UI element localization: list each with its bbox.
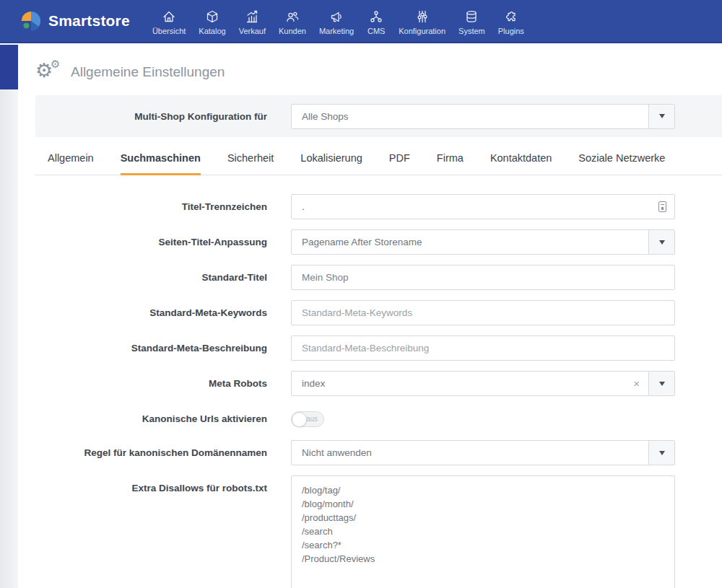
form-row-standard-meta-beschreibung: Standard-Meta-Beschreibung [35,335,722,361]
multishop-select[interactable]: Alle Shops [291,104,675,129]
page-title: Allgemeine Einstellungen [71,64,225,80]
chevron-down-icon[interactable] [648,441,674,465]
nav-label: Marketing [319,27,354,35]
gears-icon: ⚙ ⚙ [35,60,61,84]
field-label: Standard-Meta-Beschreibung [35,335,267,361]
nav-item-system[interactable]: System [452,3,492,40]
database-icon [464,9,479,25]
nav-label: Plugins [498,27,524,35]
sitemap-icon [369,9,383,25]
field-label: Standard-Titel [35,265,267,290]
nav-label: Verkauf [239,27,266,35]
search-engine-settings-form: Titel-Trennzeichen Seiten-Titel-Anpassun… [35,194,722,588]
nav-item-konfiguration[interactable]: Konfiguration [392,3,452,40]
users-icon [285,9,300,25]
field-label: Meta Robots [35,371,267,396]
field-label: Titel-Trennzeichen [35,194,267,219]
nav-label: Kunden [279,27,306,35]
tab-allgemein[interactable]: Allgemein [48,152,94,175]
multishop-label: Multi-Shop Konfiguration für [35,111,267,122]
nav-label: System [458,27,485,35]
left-blue-band [0,45,18,89]
brand-name: Smartstore [48,12,130,30]
select-value: Pagename After Storename [302,237,422,247]
standard-titel-input[interactable] [291,265,675,290]
tab-suchmaschinen[interactable]: Suchmaschinen [121,152,201,175]
tab-kontaktdaten[interactable]: Kontaktdaten [490,152,552,175]
smartstore-logo-icon [20,10,42,32]
kanonische-domaene-select[interactable]: Nicht anwenden [291,440,675,465]
toggle-state-label: aus [306,415,318,423]
titel-trennzeichen-input[interactable] [291,194,675,219]
tab-pdf[interactable]: PDF [389,152,410,175]
tab-lokalisierung[interactable]: Lokalisierung [300,152,362,175]
field-label: Regel für kanonischen Domänennamen [35,440,267,465]
cube-icon [205,9,219,25]
left-gray-band [0,89,18,588]
meta-robots-select[interactable]: index × [291,371,675,396]
nav-item-verkauf[interactable]: Verkauf [232,3,272,40]
tab-firma[interactable]: Firma [437,152,464,175]
top-navbar: Smartstore Übersicht Katalog Verkauf Kun… [0,0,722,43]
field-label: Kanonische Urls aktivieren [35,406,267,430]
multishop-select-value: Alle Shops [302,111,349,122]
puzzle-icon [504,9,518,25]
robots-disallows-textarea[interactable]: /blog/tag/ /blog/month/ /producttags/ /s… [291,475,675,588]
seiten-titel-anpassung-select[interactable]: Pagename After Storename [291,229,675,255]
nav-label: Katalog [199,27,225,35]
chevron-down-icon[interactable] [648,105,674,128]
standard-meta-beschreibung-input[interactable] [291,335,675,361]
form-row-standard-titel: Standard-Titel [35,265,722,290]
nav-item-plugins[interactable]: Plugins [492,3,531,40]
select-value: index [302,378,325,389]
nav-label: Konfiguration [399,27,445,35]
nav-item-katalog[interactable]: Katalog [192,3,232,40]
nav-item-uebersicht[interactable]: Übersicht [146,3,192,40]
char-picker-icon[interactable] [658,201,666,212]
form-row-meta-robots: Meta Robots index × [35,371,722,396]
select-value: Nicht anwenden [302,447,372,458]
standard-meta-keywords-input[interactable] [291,300,675,325]
field-label: Standard-Meta-Keywords [35,300,267,325]
sales-chart-icon [245,9,259,25]
form-row-titel-trennzeichen: Titel-Trennzeichen [35,194,722,219]
home-icon [162,9,176,25]
main-nav: Übersicht Katalog Verkauf Kunden Marketi… [146,3,531,40]
megaphone-icon [329,9,344,25]
form-row-kanonische-urls: Kanonische Urls aktivieren aus [35,406,722,430]
chevron-down-icon[interactable] [648,372,674,395]
tab-sicherheit[interactable]: Sicherheit [227,152,274,175]
brand-logo[interactable]: Smartstore [20,10,130,32]
page-header: ⚙ ⚙ Allgemeine Einstellungen [35,45,722,95]
multishop-config-bar: Multi-Shop Konfiguration für Alle Shops [35,95,722,137]
nav-label: Übersicht [152,27,186,35]
nav-label: CMS [367,27,385,35]
nav-item-kunden[interactable]: Kunden [272,3,313,40]
chevron-down-icon[interactable] [648,230,674,254]
content-panel: ⚙ ⚙ Allgemeine Einstellungen Multi-Shop … [18,45,722,588]
field-label: Extra Disallows für robots.txt [35,475,267,588]
tab-soziale-netzwerke[interactable]: Soziale Netzwerke [578,152,665,175]
kanonische-urls-toggle[interactable]: aus [291,411,324,427]
toggle-knob [292,412,307,427]
nav-item-marketing[interactable]: Marketing [313,3,360,40]
form-row-seiten-titel-anpassung: Seiten-Titel-Anpassung Pagename After St… [35,229,722,255]
form-row-robots-disallows: Extra Disallows für robots.txt /blog/tag… [35,475,722,588]
settings-tabs: Allgemein Suchmaschinen Sicherheit Lokal… [35,152,722,175]
nav-item-cms[interactable]: CMS [360,3,392,40]
field-label: Seiten-Titel-Anpassung [35,229,267,255]
sliders-icon [415,9,430,25]
form-row-kanonische-domaene: Regel für kanonischen Domänennamen Nicht… [35,440,722,465]
form-row-standard-meta-keywords: Standard-Meta-Keywords [35,300,722,325]
clear-icon[interactable]: × [633,372,640,395]
